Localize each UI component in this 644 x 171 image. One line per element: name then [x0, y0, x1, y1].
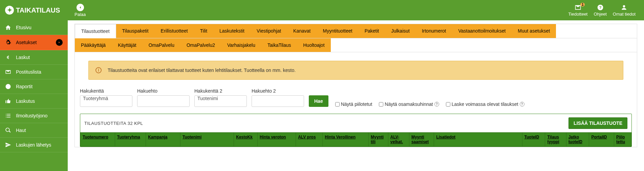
tab-kanavat[interactable]: Kanavat — [287, 24, 317, 38]
search-field-1[interactable]: Tuoteryhmä — [80, 95, 132, 107]
sidebar-label: Asetukset — [16, 40, 37, 45]
tab-pääkäyttäjä[interactable]: Pääkäyttäjä — [75, 38, 112, 52]
sidebar-item-laskutus[interactable]: Laskutus — [0, 94, 68, 109]
tab-varhaisjakelu[interactable]: Varhaisjakelu — [221, 38, 261, 52]
search-field-3[interactable]: Tuotenimi — [194, 95, 247, 107]
chart-pie-icon — [5, 83, 11, 90]
search-icon — [5, 127, 11, 133]
help-icon[interactable]: ? — [434, 102, 439, 107]
back-label: Palaa — [74, 12, 86, 17]
tab-muut-asetukset[interactable]: Muut asetukset — [512, 24, 556, 38]
checkbox-valid-orders[interactable]: Laske voimassa olevat tilaukset ? — [446, 101, 524, 107]
search-input-2[interactable] — [137, 95, 190, 107]
search-label-2: Hakuehto — [137, 88, 190, 94]
tab-irtonumerot[interactable]: Irtonumerot — [416, 24, 452, 38]
tab-myyntituotteet[interactable]: Myyntituotteet — [317, 24, 358, 38]
notifications-label: Tiedotteet — [568, 12, 587, 17]
tab-taikatilaus[interactable]: TaikaTilaus — [261, 38, 297, 52]
mail-icon — [5, 69, 11, 75]
tab-vastaanottoilmoitukset[interactable]: Vastaanottoilmoitukset — [452, 24, 512, 38]
profile-button[interactable]: Omat tiedot — [613, 4, 636, 17]
col-tuotenumero[interactable]: Tuotenumero — [81, 133, 115, 147]
sidebar-item-laskujen-lahetys[interactable]: Laskujen lähetys — [0, 138, 68, 152]
col-tilaus-tyyppi[interactable]: Tilaustyyppi — [545, 133, 566, 147]
home-icon — [5, 24, 11, 31]
sidebar-label: Etusivu — [16, 25, 31, 30]
search-row: Hakukenttä Tuoteryhmä Hakuehto Hakukentt… — [75, 87, 637, 114]
sidebar-item-raportit[interactable]: Raportit — [0, 79, 68, 94]
tab-tilaustuotteet[interactable]: Tilaustuotteet — [75, 24, 116, 38]
sidebar-label: Haut — [16, 128, 26, 133]
sidebar: Etusivu Asetukset Laskut Postituslista R… — [0, 20, 68, 171]
euro-icon — [5, 54, 11, 60]
sidebar-item-asetukset[interactable]: Asetukset — [0, 35, 68, 50]
col-myynti-saamiset[interactable]: Myyntisaamiset — [409, 133, 434, 147]
sidebar-item-haut[interactable]: Haut — [0, 123, 68, 138]
col-kestokk[interactable]: KestoKk — [234, 133, 258, 147]
tab-viestipohjat[interactable]: Viestipohjat — [251, 24, 287, 38]
col-hinta-verollinen[interactable]: Hinta Verollinen — [323, 133, 369, 147]
list-icon — [5, 113, 11, 119]
col-lisatiedot[interactable]: Lisatiedot — [434, 133, 522, 147]
col-kampanja[interactable]: Kampanja — [146, 133, 180, 147]
info-icon: i — [95, 67, 102, 73]
search-button[interactable]: Hae — [309, 95, 328, 107]
sidebar-label: Laskujen lähetys — [16, 142, 51, 148]
tab-paketit[interactable]: Paketit — [359, 24, 385, 38]
tab-käyttäjät[interactable]: Käyttäjät — [112, 38, 142, 52]
app-header: ✦ TAIKATILAUS Palaa 1 Tiedotteet ? Ohjee… — [0, 0, 644, 20]
table-container: TILAUSTUOTTEITA 32 KPL LISÄÄ TILAUSTUOTE… — [80, 114, 632, 147]
sidebar-label: Raportit — [16, 84, 33, 89]
col-myynti-tili[interactable]: Myyntitili — [369, 133, 388, 147]
col-tuoteryhma[interactable]: Tuoteryhma — [115, 133, 146, 147]
checkbox-valid-orders-input[interactable] — [446, 102, 450, 107]
sidebar-item-ilmoitustyojono[interactable]: Ilmoitustyöjono — [0, 109, 68, 123]
col-portalid[interactable]: PortalID — [589, 133, 614, 147]
sidebar-item-laskut[interactable]: Laskut — [0, 50, 68, 65]
col-jatko-tuoteid[interactable]: JatkotuoteID — [566, 133, 589, 147]
info-text: Tilaustuotteita ovat erilaiset tilattava… — [108, 68, 296, 73]
checkbox-installment[interactable]: Näytä osamaksuhinnat ? — [379, 101, 439, 107]
tab-julkaisut[interactable]: Julkaisut — [385, 24, 415, 38]
add-product-button[interactable]: LISÄÄ TILAUSTUOTE — [568, 117, 627, 129]
profile-label: Omat tiedot — [613, 12, 636, 17]
tabs-primary: TilaustuotteetTilauspaketitErillistuotte… — [75, 24, 637, 38]
col-tuotenimi[interactable]: Tuotenimi — [180, 133, 234, 147]
tab-omapalvelu2[interactable]: OmaPalvelu2 — [180, 38, 221, 52]
info-box: i Tilaustuotteita ovat erilaiset tilatta… — [88, 61, 623, 80]
sidebar-item-etusivu[interactable]: Etusivu — [0, 20, 68, 35]
logo-icon: ✦ — [5, 6, 14, 15]
col-piilo-tettu[interactable]: Piilotettu — [614, 133, 631, 147]
tab-laskutekstit[interactable]: Laskutekstit — [213, 24, 251, 38]
col-alv-pros[interactable]: ALV pros — [296, 133, 323, 147]
sidebar-label: Postituslista — [16, 69, 41, 75]
search-input-4[interactable] — [252, 95, 304, 107]
help-label: Ohjeet — [594, 12, 606, 17]
tab-huoltoajot[interactable]: Huoltoajot — [297, 38, 331, 52]
help-button[interactable]: ? Ohjeet — [594, 4, 606, 17]
tab-omapalvelu[interactable]: OmaPalvelu — [143, 38, 180, 52]
back-button[interactable]: Palaa — [68, 4, 92, 17]
sidebar-label: Laskut — [16, 55, 30, 60]
sidebar-label: Laskutus — [16, 98, 35, 104]
col-alv-velkat.[interactable]: ALV-velkat. — [388, 133, 409, 147]
tab-tilit[interactable]: Tilit — [194, 24, 213, 38]
checkbox-hidden-input[interactable] — [335, 102, 340, 107]
notifications-button[interactable]: 1 Tiedotteet — [568, 4, 587, 17]
header-right: 1 Tiedotteet ? Ohjeet Omat tiedot — [568, 4, 644, 17]
user-icon — [621, 4, 627, 11]
tab-erillistuotteet[interactable]: Erillistuotteet — [155, 24, 194, 38]
thumbs-up-icon — [5, 98, 11, 104]
search-label-3: Hakukenttä 2 — [194, 88, 247, 94]
sidebar-item-postituslista[interactable]: Postituslista — [0, 65, 68, 79]
checkbox-hidden[interactable]: Näytä piilotetut — [335, 101, 372, 107]
sidebar-label: Ilmoitustyöjono — [16, 113, 47, 118]
checkbox-installment-input[interactable] — [379, 102, 383, 107]
help-icon[interactable]: ? — [520, 102, 524, 107]
search-label-1: Hakukenttä — [80, 88, 132, 94]
col-tuoteid[interactable]: TuoteID — [522, 133, 545, 147]
logo: ✦ TAIKATILAUS — [0, 6, 68, 15]
tab-tilauspaketit[interactable]: Tilauspaketit — [116, 24, 155, 38]
send-icon — [5, 142, 11, 148]
col-hinta-veroton[interactable]: Hinta veroton — [258, 133, 296, 147]
